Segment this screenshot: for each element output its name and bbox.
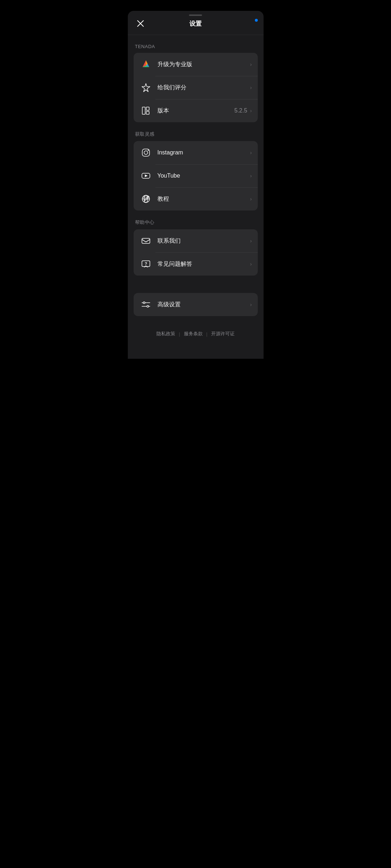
- faq-label: 常见问题解答: [157, 260, 250, 268]
- tutorial-chevron: ›: [250, 196, 252, 202]
- youtube-chevron: ›: [250, 173, 252, 179]
- svg-point-9: [148, 150, 149, 151]
- upgrade-label: 升级为专业版: [157, 61, 250, 68]
- svg-rect-6: [146, 111, 149, 114]
- contact-label: 联系我们: [157, 237, 250, 245]
- faq-chevron: ›: [250, 261, 252, 267]
- section-tenada: TENADA 升级为专业版 ›: [128, 35, 264, 122]
- phone-container: 设置 TENADA 升级为专业版: [128, 0, 264, 359]
- menu-card-tenada: 升级为专业版 › 给我们评分 ›: [134, 53, 258, 122]
- section-help: 帮助中心 联系我们 ›: [128, 210, 264, 276]
- divider-1: |: [179, 331, 180, 337]
- terms-link[interactable]: 服务条款: [184, 331, 203, 337]
- advanced-label: 高级设置: [157, 301, 250, 309]
- settings-sheet: 设置 TENADA 升级为专业版: [128, 11, 264, 359]
- menu-item-faq[interactable]: ? 常见问题解答 ›: [134, 252, 258, 276]
- header: 设置: [128, 11, 264, 35]
- rate-chevron: ›: [250, 85, 252, 90]
- section-advanced: 高级设置 ›: [128, 284, 264, 316]
- instagram-chevron: ›: [250, 150, 252, 156]
- version-icon: [139, 104, 152, 117]
- menu-item-upgrade[interactable]: 升级为专业版 ›: [134, 53, 258, 76]
- close-button[interactable]: [135, 18, 146, 29]
- section-inspiration: 获取灵感 Instagram ›: [128, 122, 264, 210]
- menu-card-inspiration: Instagram › YouTube ›: [134, 141, 258, 210]
- divider-2: |: [206, 331, 207, 337]
- contact-chevron: ›: [250, 238, 252, 244]
- menu-card-advanced: 高级设置 ›: [134, 293, 258, 316]
- faq-icon: ?: [139, 258, 152, 271]
- menu-item-advanced[interactable]: 高级设置 ›: [134, 293, 258, 316]
- menu-item-version[interactable]: 版本 5.2.5 ›: [134, 99, 258, 122]
- opensource-link[interactable]: 开源许可证: [211, 331, 235, 337]
- menu-item-rate[interactable]: 给我们评分 ›: [134, 76, 258, 99]
- star-icon: [139, 81, 152, 94]
- svg-rect-4: [142, 107, 145, 114]
- upgrade-icon: [139, 58, 152, 71]
- menu-card-help: 联系我们 › ? 常见问题解答 ›: [134, 229, 258, 276]
- version-label: 版本: [157, 107, 235, 115]
- section-label-inspiration: 获取灵感: [134, 131, 258, 137]
- youtube-icon: [139, 169, 152, 182]
- email-icon: [139, 234, 152, 247]
- section-label-help: 帮助中心: [134, 219, 258, 226]
- youtube-label: YouTube: [157, 173, 250, 179]
- advanced-chevron: ›: [250, 302, 252, 307]
- version-chevron: ›: [250, 108, 252, 114]
- menu-item-youtube[interactable]: YouTube ›: [134, 164, 258, 187]
- version-value: 5.2.5: [234, 107, 247, 114]
- section-label-tenada: TENADA: [134, 44, 258, 49]
- svg-rect-15: [142, 238, 150, 243]
- notification-dot: [255, 19, 258, 22]
- privacy-link[interactable]: 隐私政策: [156, 331, 175, 337]
- tutorial-icon: [139, 192, 152, 205]
- menu-item-contact[interactable]: 联系我们 ›: [134, 229, 258, 252]
- svg-marker-11: [145, 175, 148, 177]
- tutorial-label: 教程: [157, 195, 250, 203]
- upgrade-chevron: ›: [250, 61, 252, 67]
- menu-item-instagram[interactable]: Instagram ›: [134, 141, 258, 164]
- svg-point-8: [144, 151, 148, 154]
- footer-links: 隐私政策 | 服务条款 | 开源许可证: [128, 320, 264, 344]
- rate-label: 给我们评分: [157, 84, 250, 92]
- svg-text:?: ?: [144, 261, 147, 266]
- instagram-label: Instagram: [157, 149, 250, 156]
- svg-rect-5: [146, 107, 149, 110]
- menu-item-tutorial[interactable]: 教程 ›: [134, 187, 258, 210]
- instagram-icon: [139, 146, 152, 159]
- advanced-icon: [139, 298, 152, 311]
- page-title: 设置: [189, 20, 202, 28]
